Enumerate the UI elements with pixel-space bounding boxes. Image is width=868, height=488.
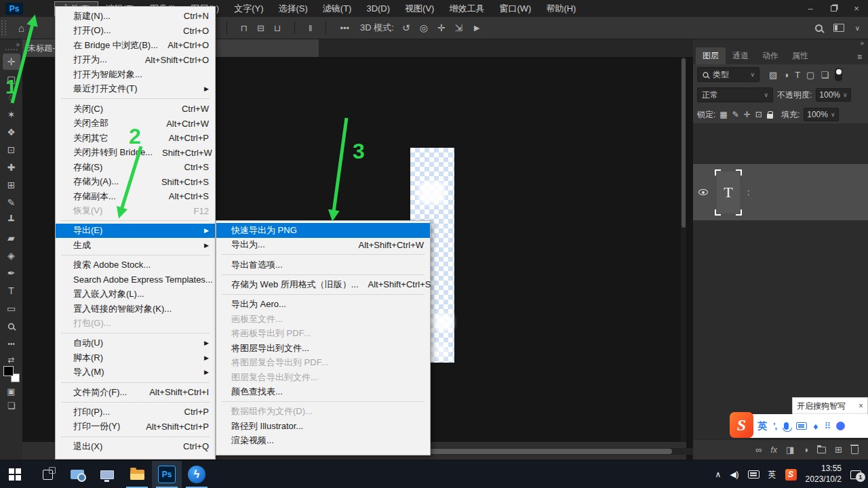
lock-image-pixels-icon[interactable]: ✎ (732, 110, 739, 119)
menu-item[interactable]: 关闭其它Alt+Ctrl+P (56, 131, 215, 146)
delete-layer-icon[interactable] (851, 447, 859, 454)
menu-item[interactable]: 关闭(C)Ctrl+W (56, 102, 215, 117)
healing-brush-tool[interactable]: ✚ (3, 159, 20, 176)
align-top-icon[interactable]: ⊓ (241, 23, 248, 33)
menu-item[interactable]: 导出首选项... (216, 258, 430, 272)
menu-item[interactable]: 打开为智能对象... (56, 67, 215, 82)
filter-smart-objects-icon[interactable]: ❏ (821, 70, 829, 80)
soft-keyboard-icon[interactable] (796, 422, 807, 430)
collapse-toolbar-icon[interactable]: » (16, 41, 22, 48)
menubar-item[interactable]: 帮助(H) (538, 1, 583, 16)
eraser-tool[interactable]: ▰ (3, 230, 20, 246)
pencil-tool[interactable]: ✎ (3, 195, 20, 211)
paint-bucket-tool[interactable]: ◈ (3, 247, 20, 264)
adjustment-layer-icon[interactable]: ◑ (803, 445, 808, 455)
fill-input[interactable]: 100% ∨ (804, 108, 838, 121)
menu-item[interactable]: 自动(U)▶ (56, 336, 215, 351)
menubar-item[interactable]: 3D(D) (359, 2, 397, 15)
distribute-horizontal-icon[interactable]: ‖ (309, 23, 312, 33)
magic-wand-tool[interactable]: ✶ (3, 106, 20, 123)
computer-app-button[interactable] (92, 461, 122, 488)
panel-tab[interactable]: 属性 (785, 47, 815, 64)
close-button[interactable]: × (845, 0, 868, 17)
camera-3d-icon[interactable]: ► (472, 22, 481, 33)
layer-visibility-toggle[interactable] (693, 189, 713, 195)
filter-type-layers-icon[interactable]: T (795, 70, 800, 80)
menubar-item[interactable]: 视图(V) (397, 1, 441, 16)
menu-item[interactable]: Search Adobe Express Templates... (56, 272, 215, 287)
punctuation-icon[interactable]: ’, (773, 421, 776, 431)
filter-type-select[interactable]: 类型 ∨ (697, 67, 760, 82)
restore-button[interactable] (822, 0, 845, 17)
panel-tab[interactable]: 通道 (726, 47, 755, 64)
lock-artboard-icon[interactable]: ⊡ (755, 110, 762, 119)
screen-mode-icon[interactable]: ❏ (7, 401, 16, 411)
menu-item[interactable]: 打开为...Alt+Shift+Ctrl+O (56, 53, 215, 68)
menu-item[interactable]: 新建(N)...Ctrl+N (56, 9, 215, 24)
menu-item[interactable]: 导入(M)▶ (56, 365, 215, 380)
lasso-tool[interactable]: ◌ (3, 89, 20, 105)
touch-keyboard-icon[interactable] (748, 470, 760, 479)
lock-transparent-pixels-icon[interactable]: ▦ (719, 110, 727, 119)
menu-item[interactable]: 最近打开文件(T)▶ (56, 82, 215, 97)
slide-3d-icon[interactable]: ⇲ (455, 22, 463, 33)
tray-ime-indicator[interactable]: 英 (768, 469, 776, 481)
align-bottom-icon[interactable]: ⊔ (274, 23, 281, 33)
menu-item[interactable]: 关闭并转到 Bridge...Shift+Ctrl+W (56, 145, 215, 160)
microphone-icon[interactable] (784, 422, 789, 430)
menu-item[interactable]: 存储副本...Alt+Ctrl+S (56, 189, 215, 204)
menu-item[interactable]: 打开(O)...Ctrl+O (56, 24, 215, 39)
roll-3d-icon[interactable]: ◎ (420, 22, 428, 33)
menubar-item[interactable]: 文字(Y) (226, 1, 271, 16)
color-swatches[interactable] (3, 366, 20, 382)
filter-toggle[interactable] (835, 68, 842, 81)
filter-adjustment-layers-icon[interactable]: ◑ (783, 70, 789, 80)
foreground-color-swatch[interactable] (3, 366, 14, 376)
menu-item[interactable]: 置入嵌入对象(L)... (56, 287, 215, 302)
blend-mode-select[interactable]: 正常 ∨ (697, 87, 773, 102)
new-group-icon[interactable] (817, 447, 826, 453)
type-tool[interactable]: T (3, 283, 20, 299)
menu-item[interactable]: 路径到 Illustrator... (216, 419, 430, 434)
vertical-scrollbar[interactable] (681, 57, 686, 442)
minimize-button[interactable]: – (799, 0, 822, 17)
clone-stamp-tool[interactable]: ┻ (3, 212, 20, 228)
task-view-button[interactable] (33, 461, 62, 488)
marquee-tool[interactable]: ▢ (3, 71, 20, 87)
start-button[interactable] (0, 461, 30, 488)
layer-effects-icon[interactable]: fx (771, 445, 777, 455)
menu-item[interactable]: 存储(S)Ctrl+S (56, 160, 215, 175)
layer-name[interactable]: : (747, 188, 749, 197)
menu-item[interactable]: 存储为(A)...Shift+Ctrl+S (56, 174, 215, 189)
smart-assistant-icon[interactable] (836, 422, 845, 430)
menu-item[interactable]: 文件简介(F)...Alt+Shift+Ctrl+I (56, 385, 215, 400)
align-middle-icon[interactable]: ⊟ (257, 23, 264, 33)
menubar-item[interactable]: 窗口(W) (492, 1, 538, 16)
menu-item[interactable]: 颜色查找表... (216, 384, 430, 399)
opacity-input[interactable]: 100% ∨ (816, 88, 850, 102)
taskbar-clock[interactable]: 13:55 2023/10/2 (806, 464, 842, 485)
layer-row[interactable]: T : (693, 164, 868, 220)
quick-mask-icon[interactable]: ▣ (7, 386, 15, 396)
menu-item[interactable]: 脚本(R)▶ (56, 350, 215, 365)
search-app-button[interactable] (62, 461, 92, 488)
link-layers-icon[interactable]: ∞ (755, 445, 762, 455)
panel-tab[interactable]: 图层 (696, 47, 726, 64)
menu-item[interactable]: 存储为 Web 所用格式（旧版）...Alt+Shift+Ctrl+S (216, 277, 430, 292)
layer-thumbnail[interactable]: T (715, 169, 742, 216)
layer-mask-icon[interactable]: ◨ (786, 445, 794, 455)
more-options-icon[interactable]: ••• (340, 23, 349, 33)
photoshop-taskbar-button[interactable]: Ps (152, 461, 182, 488)
move-tool[interactable]: ✛ (3, 54, 20, 70)
patch-tool[interactable]: ⊞ (3, 177, 20, 193)
search-icon[interactable] (815, 24, 823, 32)
menu-item[interactable]: 在 Bridge 中浏览(B)...Alt+Ctrl+O (56, 38, 215, 53)
chevron-down-icon[interactable]: ∨ (855, 24, 860, 32)
sogou-logo[interactable]: S (730, 412, 753, 438)
menu-item[interactable]: 渲染视频... (216, 434, 430, 449)
toolbox-grid-icon[interactable]: ⠿ (824, 421, 830, 431)
panel-tab[interactable]: 动作 (755, 47, 785, 64)
new-layer-icon[interactable]: ⊞ (835, 445, 842, 455)
more-tools[interactable]: ••• (3, 336, 20, 352)
home-icon[interactable]: ⌂ (18, 22, 24, 34)
